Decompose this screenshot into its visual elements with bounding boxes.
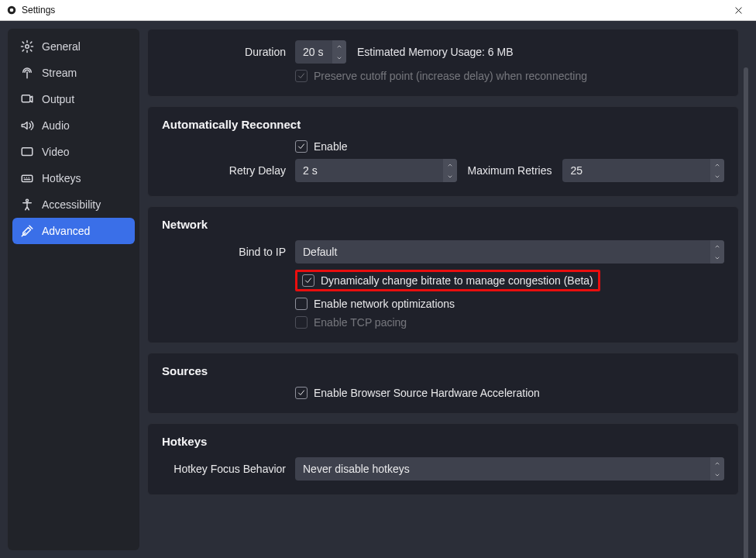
tools-icon [20,224,34,238]
chevron-up-icon[interactable] [443,159,457,170]
app-icon [6,5,17,16]
scrollbar[interactable] [742,29,748,550]
chevron-down-icon [710,252,724,264]
hotkey-focus-label: Hotkey Focus Behavior [162,463,286,475]
chevron-down-icon[interactable] [710,170,724,182]
browser-hw-accel-checkbox[interactable]: Enable Browser Source Hardware Accelerat… [295,387,540,399]
accessibility-icon [20,198,34,212]
memory-usage-text: Estimated Memory Usage: 6 MB [357,46,514,58]
close-button[interactable] [721,0,756,21]
checkbox-label: Enable [314,140,348,153]
speaker-icon [20,119,34,133]
section-sources: Sources Enable Browser Source Hardware A… [147,353,739,414]
svg-point-2 [26,45,29,49]
bind-ip-select[interactable]: Default [295,240,724,264]
auto-reconnect-enable-checkbox[interactable]: Enable [295,140,348,153]
sidebar-item-label: Accessibility [42,198,101,211]
checkbox-label: Enable network optimizations [314,298,455,310]
sidebar-item-video[interactable]: Video [12,139,135,165]
checkbox-icon [295,316,308,329]
checkbox-label: Enable TCP pacing [314,316,407,329]
section-title: Network [162,207,724,240]
title-bar: Settings [0,0,756,21]
chevron-down-icon[interactable] [332,52,346,64]
checkbox-icon [302,274,314,287]
monitor-icon [20,145,34,159]
svg-rect-5 [22,148,33,156]
svg-rect-4 [22,95,30,102]
chevron-up-icon [710,457,724,469]
hotkey-focus-select[interactable]: Never disable hotkeys [295,457,724,480]
checkbox-icon [295,140,308,153]
output-icon [20,92,34,106]
duration-label: Duration [162,46,286,58]
max-retries-value: 25 [562,159,710,182]
bind-ip-value: Default [295,240,710,264]
max-retries-stepper[interactable]: 25 [562,159,724,182]
bind-ip-label: Bind to IP [162,246,286,258]
preserve-cutoff-checkbox: Preserve cutoff point (increase delay) w… [295,70,587,82]
duration-stepper[interactable]: 20 s [295,40,346,64]
keyboard-icon [20,171,34,185]
sidebar: General Stream Output Audio Video [8,29,139,550]
sidebar-item-label: Output [42,93,74,105]
chevron-down-icon[interactable] [443,170,457,182]
sidebar-item-stream[interactable]: Stream [12,60,135,86]
sidebar-item-output[interactable]: Output [12,86,135,112]
sidebar-item-label: Video [42,146,70,158]
chevron-up-icon [710,240,724,252]
signal-icon [20,66,34,80]
duration-value: 20 s [295,40,332,64]
svg-point-1 [10,9,14,12]
chevron-up-icon[interactable] [710,159,724,170]
svg-rect-6 [22,175,33,181]
sidebar-item-label: Hotkeys [42,172,81,184]
retry-delay-value: 2 s [295,159,443,182]
section-title: Hotkeys [162,424,724,457]
hotkey-focus-value: Never disable hotkeys [295,457,710,480]
sidebar-item-general[interactable]: General [12,33,135,60]
max-retries-label: Maximum Retries [468,164,552,177]
highlighted-setting: Dynamically change bitrate to manage con… [295,270,600,291]
section-network: Network Bind to IP Default [147,206,739,343]
checkbox-icon [295,298,308,310]
sidebar-item-label: General [42,40,81,53]
network-optimizations-checkbox[interactable]: Enable network optimizations [295,298,455,310]
section-title: Sources [162,353,724,387]
chevron-up-icon[interactable] [332,40,346,52]
checkbox-label: Dynamically change bitrate to manage con… [321,274,593,287]
sidebar-item-advanced[interactable]: Advanced [12,218,135,244]
section-auto-reconnect: Automatically Reconnect Enable Retry Del… [147,106,739,197]
sidebar-item-accessibility[interactable]: Accessibility [12,191,135,218]
tcp-pacing-checkbox: Enable TCP pacing [295,316,407,329]
dynamic-bitrate-checkbox[interactable]: Dynamically change bitrate to manage con… [302,274,593,287]
section-hotkeys: Hotkeys Hotkey Focus Behavior Never disa… [147,423,739,495]
section-title: Automatically Reconnect [162,107,724,140]
settings-content: Duration 20 s Estimated Memory Usage: 6 … [147,29,748,550]
chevron-down-icon [710,469,724,480]
retry-delay-label: Retry Delay [162,164,286,177]
checkbox-icon [295,387,308,399]
sidebar-item-label: Advanced [42,225,90,237]
gear-icon [20,40,34,53]
checkbox-label: Preserve cutoff point (increase delay) w… [314,70,587,82]
sidebar-item-hotkeys[interactable]: Hotkeys [12,165,135,191]
sidebar-item-label: Audio [42,119,70,132]
checkbox-icon [295,70,308,82]
section-stream-delay: Duration 20 s Estimated Memory Usage: 6 … [147,29,739,97]
window-title: Settings [22,5,55,16]
checkbox-label: Enable Browser Source Hardware Accelerat… [314,387,540,399]
sidebar-item-label: Stream [42,67,77,79]
sidebar-item-audio[interactable]: Audio [12,112,135,139]
scrollbar-thumb[interactable] [744,67,748,558]
svg-point-7 [26,199,29,202]
retry-delay-stepper[interactable]: 2 s [295,159,457,182]
